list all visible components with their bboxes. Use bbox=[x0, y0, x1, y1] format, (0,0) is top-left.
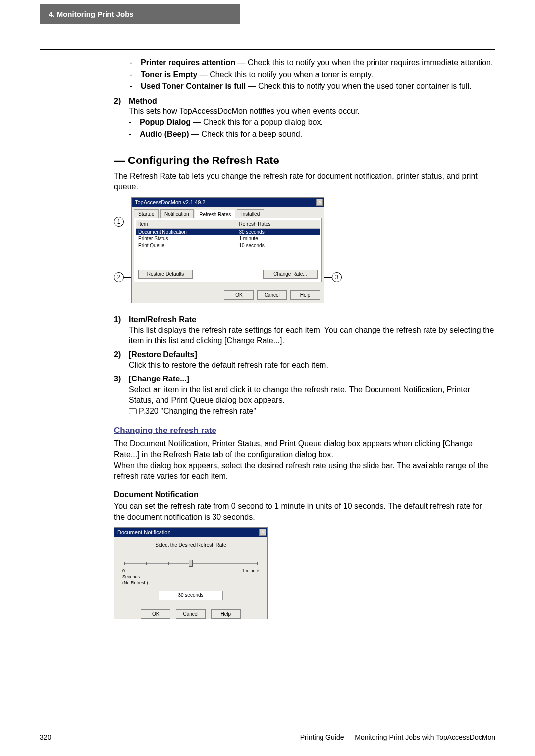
help-button[interactable]: Help bbox=[211, 609, 241, 619]
event-desc: — Check this to notify you when the prin… bbox=[235, 58, 493, 67]
method-item-desc: — Check this for a beep sound. bbox=[189, 130, 303, 138]
cell: 10 seconds bbox=[237, 242, 320, 249]
cell: 1 minute bbox=[237, 235, 320, 242]
event-label: Printer requires attention bbox=[141, 58, 235, 67]
item-number: 1) bbox=[114, 314, 129, 325]
ok-button[interactable]: OK bbox=[224, 290, 254, 300]
item-body: This list displays the refresh rate sett… bbox=[129, 325, 494, 346]
method-item-desc: — Check this for a popup dialog box. bbox=[191, 118, 323, 126]
close-icon[interactable]: × bbox=[259, 529, 266, 536]
table-row[interactable]: Print Queue10 seconds bbox=[136, 242, 320, 249]
section-intro: The Refresh Rate tab lets you change the… bbox=[114, 171, 494, 192]
change-rate-button[interactable]: Change Rate... bbox=[263, 270, 318, 279]
tab-startup[interactable]: Startup bbox=[134, 209, 159, 218]
header-rule bbox=[40, 49, 495, 50]
slider-value: 30 seconds bbox=[159, 591, 223, 600]
event-list: -Printer requires attention — Check this… bbox=[130, 57, 494, 92]
section-heading: — Configuring the Refresh Rate bbox=[114, 153, 494, 168]
paragraph: You can set the refresh rate from 0 seco… bbox=[114, 501, 494, 522]
event-desc: — Check this to notify you when a toner … bbox=[197, 70, 373, 79]
page-ref: P.320 "Changing the refresh rate" bbox=[139, 407, 256, 415]
ok-button[interactable]: OK bbox=[141, 609, 170, 619]
callout-3: 3 bbox=[332, 272, 342, 282]
dash: - bbox=[129, 129, 140, 140]
cell: Document Notification bbox=[136, 229, 237, 236]
item-number: 2) bbox=[114, 96, 129, 107]
dialog-title: TopAccessDocMon v2.1.49.2 bbox=[135, 199, 205, 205]
item-number: 3) bbox=[114, 374, 129, 384]
tab-notification[interactable]: Notification bbox=[160, 209, 193, 218]
paragraph: The Document Notification, Printer Statu… bbox=[114, 438, 494, 460]
method-item-label: Audio (Beep) bbox=[140, 130, 189, 138]
item-title: [Change Rate...] bbox=[129, 375, 189, 383]
chapter-tab: 4. Monitoring Print Jobs bbox=[40, 4, 240, 24]
dash: - bbox=[129, 117, 140, 128]
close-icon[interactable]: × bbox=[316, 199, 323, 206]
callout-1: 1 bbox=[114, 217, 124, 227]
slider-max: 1 minute bbox=[242, 568, 259, 586]
document-notification-dialog: Document Notification × Select the Desir… bbox=[114, 527, 268, 619]
dialog-titlebar[interactable]: Document Notification × bbox=[114, 528, 267, 537]
cell: Printer Status bbox=[136, 235, 237, 242]
table-row[interactable]: Document Notification30 seconds bbox=[136, 229, 320, 236]
slider-min: 0 Seconds (No Refresh) bbox=[122, 568, 148, 586]
event-label: Used Toner Container is full bbox=[141, 82, 246, 90]
col-item[interactable]: Item bbox=[136, 220, 237, 228]
cell: Print Queue bbox=[136, 242, 237, 249]
refresh-rates-dialog: TopAccessDocMon v2.1.49.2 × Startup Noti… bbox=[131, 197, 324, 303]
item-number: 2) bbox=[114, 349, 129, 360]
col-rate[interactable]: Refresh Rates bbox=[237, 220, 320, 228]
item-body: Click this to restore the default refres… bbox=[129, 360, 494, 371]
dialog-titlebar[interactable]: TopAccessDocMon v2.1.49.2 × bbox=[132, 198, 324, 207]
subheading: Document Notification bbox=[114, 489, 494, 500]
subheading: Changing the refresh rate bbox=[114, 425, 494, 436]
dash: - bbox=[130, 81, 141, 92]
footer-text: Printing Guide — Monitoring Print Jobs w… bbox=[300, 733, 495, 741]
book-icon bbox=[129, 408, 137, 414]
slider-thumb[interactable] bbox=[189, 560, 193, 567]
table-row[interactable]: Printer Status1 minute bbox=[136, 235, 320, 242]
page-number: 320 bbox=[40, 733, 51, 741]
cancel-button[interactable]: Cancel bbox=[176, 609, 206, 619]
item-body: Select an item in the list and click it … bbox=[129, 384, 494, 406]
slider-label: Select the Desired Refresh Rate bbox=[114, 542, 267, 549]
footer-rule bbox=[40, 728, 495, 728]
dialog-title: Document Notification bbox=[117, 529, 171, 535]
method-desc: This sets how TopAccessDocMon notifies y… bbox=[129, 106, 494, 117]
event-label: Toner is Empty bbox=[141, 70, 197, 79]
dash: - bbox=[130, 69, 141, 80]
item-title: Item/Refresh Rate bbox=[129, 315, 196, 324]
cell: 30 seconds bbox=[237, 229, 320, 236]
cancel-button[interactable]: Cancel bbox=[257, 290, 287, 300]
page-body: -Printer requires attention — Check this… bbox=[114, 57, 494, 621]
callout-2: 2 bbox=[114, 272, 124, 282]
tab-installed[interactable]: Installed bbox=[237, 209, 264, 218]
help-button[interactable]: Help bbox=[290, 290, 320, 300]
dash: - bbox=[130, 57, 141, 68]
restore-defaults-button[interactable]: Restore Defaults bbox=[138, 270, 193, 279]
method-title: Method bbox=[129, 97, 157, 105]
item-title: [Restore Defaults] bbox=[129, 350, 197, 359]
method-item-label: Popup Dialog bbox=[140, 118, 191, 126]
event-desc: — Check this to notify you when the used… bbox=[246, 82, 471, 90]
paragraph: When the dialog box appears, select the … bbox=[114, 460, 494, 482]
refresh-rate-slider[interactable] bbox=[124, 561, 257, 566]
tab-refresh-rates[interactable]: Refresh Rates bbox=[195, 210, 235, 219]
